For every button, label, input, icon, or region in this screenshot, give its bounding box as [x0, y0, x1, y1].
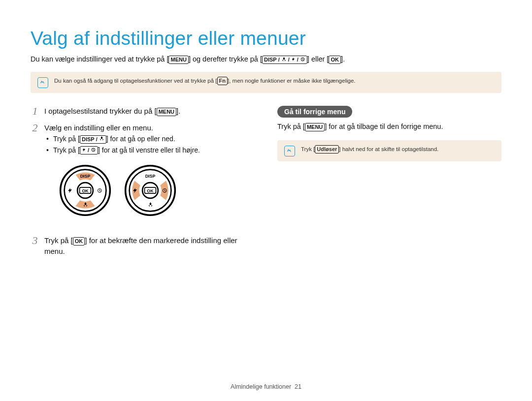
fn-key: Fn: [217, 77, 228, 85]
step-number: 2: [31, 123, 39, 133]
step-2: 2 Vælg en indstilling eller en menu. Try…: [31, 123, 255, 229]
manual-page: Valg af indstillinger eller menuer Du ka…: [0, 0, 532, 401]
menu-key: MENU: [168, 56, 188, 64]
nav-keys: DISP///: [262, 56, 307, 64]
ok-key: OK: [73, 237, 85, 246]
left-column: 1 I optagelsestilstand trykker du på [ME…: [31, 106, 255, 263]
footer-page: 21: [295, 383, 301, 390]
columns: 1 I optagelsestilstand trykker du på [ME…: [31, 106, 501, 263]
timer-icon: [91, 147, 96, 154]
flash-icon: [291, 57, 296, 63]
menu-key: MENU: [157, 108, 176, 116]
ok-key: OK: [329, 56, 341, 64]
flash-icon: [82, 147, 86, 154]
section-pill: Gå til forrige menu: [277, 106, 352, 118]
page-title: Valg af indstillinger eller menuer: [31, 28, 501, 49]
step-3: 3 Tryk på [OK] for at bekræfte den marke…: [31, 235, 255, 257]
dial-horizontal: DISP OK: [124, 164, 176, 216]
dial-vertical: DISP OK: [59, 164, 111, 216]
step-1: 1 I optagelsestilstand trykker du på [ME…: [31, 106, 255, 117]
ok-label: OK: [82, 188, 89, 193]
ok-label: OK: [147, 188, 154, 193]
shutter-key: Udløser: [315, 145, 339, 154]
note-icon: [284, 146, 295, 156]
macro-icon: [281, 57, 287, 63]
flash-timer-key: /: [80, 146, 98, 154]
note-box: Du kan også få adgang til optagelsesfunk…: [31, 72, 501, 93]
note-text-2: Tryk [Udløser] halvt ned for at skifte t…: [301, 145, 438, 154]
note-box-2: Tryk [Udløser] halvt ned for at skifte t…: [277, 140, 501, 161]
disp-macro-key: DISP/: [80, 135, 106, 144]
step-number: 1: [31, 106, 39, 117]
footer-label: Almindelige funktioner: [231, 383, 291, 390]
note-text: Du kan også få adgang til optagelsesfunk…: [54, 77, 356, 85]
macro-icon: [99, 136, 104, 143]
menu-key: MENU: [305, 123, 325, 131]
intro-text: Du kan vælge indstillinger ved at trykke…: [31, 54, 501, 65]
note-icon: [37, 77, 48, 88]
dials: DISP OK: [59, 164, 255, 216]
page-footer: Almindelige funktioner 21: [0, 383, 532, 390]
step-2-sub: Tryk på [DISP/] for at gå op eller ned. …: [44, 134, 255, 155]
timer-icon: [300, 57, 305, 63]
disp-label: DISP: [80, 173, 91, 178]
right-para: Tryk på [MENU] for at gå tilbage til den…: [277, 122, 501, 132]
right-column: Gå til forrige menu Tryk på [MENU] for a…: [277, 106, 501, 263]
step-number: 3: [31, 235, 39, 246]
disp-label: DISP: [145, 173, 156, 178]
